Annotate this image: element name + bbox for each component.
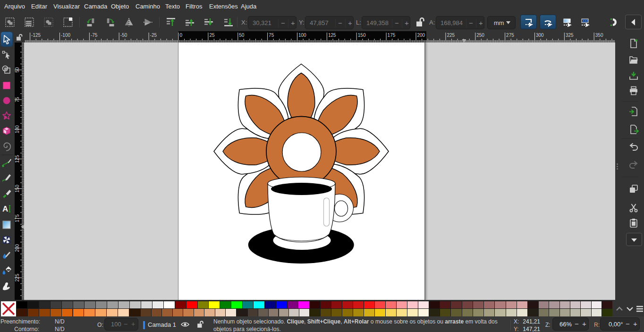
svg-text:125: 125 — [15, 155, 20, 163]
svg-text:25: 25 — [209, 33, 215, 38]
svg-text:-75: -75 — [91, 33, 98, 38]
svg-text:0: 0 — [180, 33, 183, 38]
svg-text:100: 100 — [15, 125, 20, 133]
svg-text:-25: -25 — [150, 33, 157, 38]
svg-text:75: 75 — [15, 97, 20, 102]
svg-text:250: 250 — [476, 33, 484, 38]
svg-text:-125: -125 — [31, 33, 41, 38]
svg-text:-50: -50 — [120, 33, 127, 38]
svg-text:225: 225 — [447, 33, 455, 38]
svg-text:275: 275 — [506, 33, 514, 38]
svg-text:200: 200 — [417, 33, 425, 38]
svg-text:50: 50 — [239, 33, 245, 38]
svg-text:225: 225 — [15, 273, 20, 281]
svg-text:75: 75 — [269, 33, 274, 38]
svg-text:-100: -100 — [61, 33, 70, 38]
svg-text:150: 150 — [15, 185, 20, 193]
svg-text:175: 175 — [388, 33, 396, 38]
svg-text:175: 175 — [15, 214, 20, 222]
svg-text:200: 200 — [15, 244, 20, 252]
svg-text:125: 125 — [328, 33, 336, 38]
svg-text:350: 350 — [595, 33, 603, 38]
svg-text:150: 150 — [358, 33, 366, 38]
svg-text:100: 100 — [298, 33, 306, 38]
svg-text:300: 300 — [536, 33, 544, 38]
svg-text:A: A — [2, 204, 8, 213]
svg-text:50: 50 — [15, 67, 20, 73]
svg-text:325: 325 — [566, 33, 574, 38]
